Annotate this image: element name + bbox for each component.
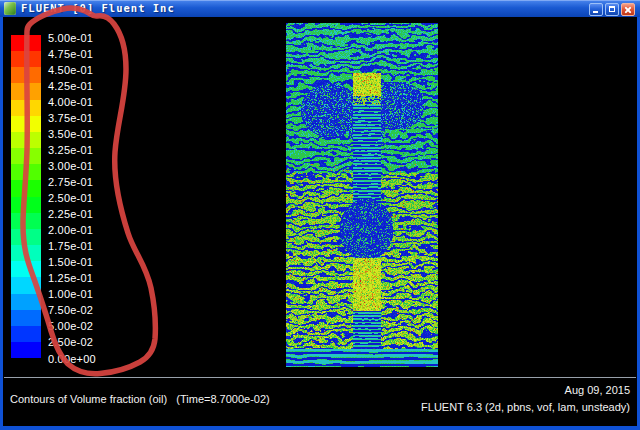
close-button[interactable] bbox=[621, 3, 635, 16]
fluent-window: FLUENT [0] Fluent Inc 5.00e-014.75e-014.… bbox=[0, 0, 640, 430]
maximize-button[interactable] bbox=[605, 3, 619, 16]
legend-color-segment bbox=[11, 310, 41, 326]
app-icon bbox=[4, 2, 16, 15]
legend-color-segment bbox=[11, 294, 41, 310]
legend-color-segment bbox=[11, 197, 41, 213]
legend-color-segment bbox=[11, 116, 41, 132]
legend-color-segment bbox=[11, 132, 41, 148]
minimize-button[interactable] bbox=[589, 3, 603, 16]
caption-divider bbox=[4, 377, 636, 378]
legend-color-segment bbox=[11, 213, 41, 229]
legend-color-segment bbox=[11, 245, 41, 261]
caption-version: FLUENT 6.3 (2d, pbns, vof, lam, unsteady… bbox=[421, 401, 630, 413]
legend-color-segment bbox=[11, 342, 41, 358]
legend-color-segment bbox=[11, 100, 41, 116]
caption-date: Aug 09, 2015 bbox=[565, 384, 630, 396]
legend-color-segment bbox=[11, 83, 41, 99]
legend-color-segment bbox=[11, 51, 41, 67]
window-controls bbox=[589, 3, 635, 16]
legend-color-segment bbox=[11, 164, 41, 180]
minimize-icon bbox=[593, 11, 598, 13]
window-title: FLUENT [0] Fluent Inc bbox=[21, 2, 175, 15]
legend-color-segment bbox=[11, 277, 41, 293]
contour-plot[interactable] bbox=[286, 23, 438, 367]
title-bar[interactable]: FLUENT [0] Fluent Inc bbox=[0, 0, 640, 17]
legend-color-segment bbox=[11, 261, 41, 277]
legend-color-segment bbox=[11, 148, 41, 164]
legend-color-segment bbox=[11, 180, 41, 196]
legend-color-segment bbox=[11, 35, 41, 51]
caption-title: Contours of Volume fraction (oil) (Time=… bbox=[10, 393, 270, 405]
maximize-icon bbox=[609, 6, 615, 12]
legend-color-segment bbox=[11, 67, 41, 83]
legend-color-segment bbox=[11, 229, 41, 245]
legend-color-segment bbox=[11, 326, 41, 342]
legend-colorbar bbox=[11, 35, 41, 358]
